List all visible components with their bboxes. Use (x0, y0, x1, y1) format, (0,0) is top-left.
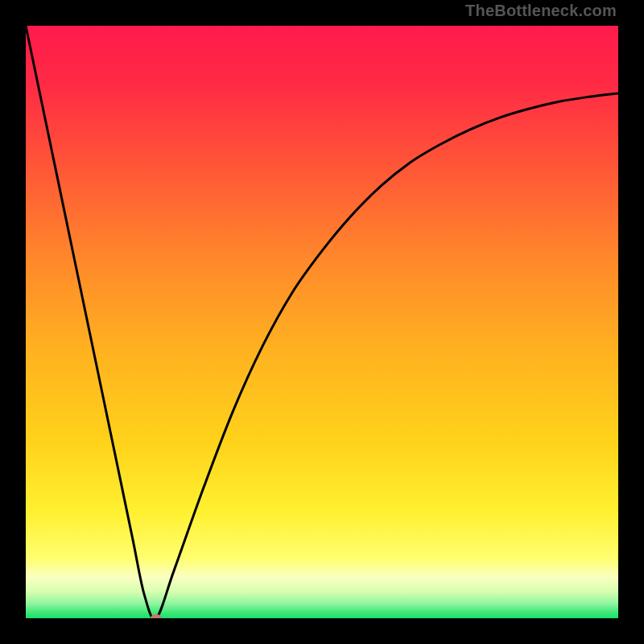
curve-layer (26, 26, 618, 618)
optimum-marker (151, 614, 162, 618)
plot-area (26, 26, 618, 618)
chart-stage: TheBottleneck.com (0, 0, 644, 644)
watermark-text: TheBottleneck.com (465, 2, 617, 20)
bottleneck-curve (26, 26, 618, 618)
